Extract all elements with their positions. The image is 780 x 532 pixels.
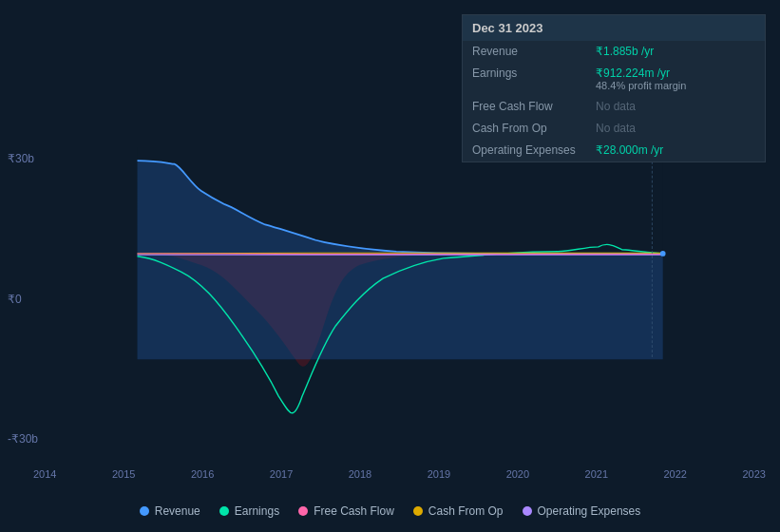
legend-item-revenue[interactable]: Revenue bbox=[140, 504, 200, 518]
info-label-revenue: Revenue bbox=[472, 45, 596, 58]
x-label-2021: 2021 bbox=[585, 468, 608, 480]
legend-item-cashop[interactable]: Cash From Op bbox=[413, 504, 504, 518]
info-label-opex: Operating Expenses bbox=[472, 143, 596, 157]
x-label-2018: 2018 bbox=[349, 468, 371, 480]
legend-dot-cashop bbox=[413, 506, 423, 516]
legend-label-revenue: Revenue bbox=[155, 504, 200, 518]
legend-dot-earnings bbox=[219, 506, 229, 516]
x-label-2022: 2022 bbox=[664, 468, 687, 480]
info-value-earnings: ₹912.224m /yr 48.4% profit margin bbox=[596, 66, 686, 91]
info-value-revenue: ₹1.885b /yr bbox=[596, 45, 654, 58]
info-label-fcf: Free Cash Flow bbox=[472, 100, 596, 113]
x-label-2023: 2023 bbox=[742, 468, 765, 480]
info-label-cashop: Cash From Op bbox=[472, 122, 596, 135]
info-value-cashop: No data bbox=[596, 122, 636, 135]
info-value-opex: ₹28.000m /yr bbox=[596, 143, 663, 157]
info-row-fcf: Free Cash Flow No data bbox=[463, 96, 765, 118]
info-box: Dec 31 2023 Revenue ₹1.885b /yr Earnings… bbox=[462, 14, 766, 162]
main-chart bbox=[0, 147, 780, 470]
svg-point-3 bbox=[660, 251, 666, 256]
x-label-2014: 2014 bbox=[33, 468, 56, 480]
legend-label-earnings: Earnings bbox=[235, 504, 279, 518]
legend-item-earnings[interactable]: Earnings bbox=[219, 504, 279, 518]
chart-container: Dec 31 2023 Revenue ₹1.885b /yr Earnings… bbox=[0, 0, 780, 532]
info-value-fcf: No data bbox=[596, 100, 636, 113]
info-row-earnings: Earnings ₹912.224m /yr 48.4% profit marg… bbox=[463, 63, 765, 96]
info-row-cashop: Cash From Op No data bbox=[463, 118, 765, 140]
x-label-2017: 2017 bbox=[270, 468, 293, 480]
legend: Revenue Earnings Free Cash Flow Cash Fro… bbox=[0, 504, 780, 518]
x-label-2016: 2016 bbox=[191, 468, 214, 480]
info-row-revenue: Revenue ₹1.885b /yr bbox=[463, 41, 765, 63]
x-label-2015: 2015 bbox=[112, 468, 135, 480]
legend-dot-fcf bbox=[298, 506, 308, 516]
legend-label-cashop: Cash From Op bbox=[428, 504, 504, 518]
x-label-2020: 2020 bbox=[506, 468, 529, 480]
info-row-opex: Operating Expenses ₹28.000m /yr bbox=[463, 140, 765, 162]
legend-label-opex: Operating Expenses bbox=[538, 504, 641, 518]
legend-label-fcf: Free Cash Flow bbox=[314, 504, 394, 518]
x-label-2019: 2019 bbox=[428, 468, 450, 480]
info-label-earnings: Earnings bbox=[472, 66, 596, 80]
legend-dot-opex bbox=[523, 506, 532, 516]
info-box-title: Dec 31 2023 bbox=[463, 15, 765, 41]
profit-margin: 48.4% profit margin bbox=[596, 80, 686, 91]
x-axis: 2014 2015 2016 2017 2018 2019 2020 2021 … bbox=[33, 468, 766, 480]
legend-item-opex[interactable]: Operating Expenses bbox=[523, 504, 641, 518]
legend-dot-revenue bbox=[140, 506, 149, 516]
legend-item-fcf[interactable]: Free Cash Flow bbox=[298, 504, 394, 518]
